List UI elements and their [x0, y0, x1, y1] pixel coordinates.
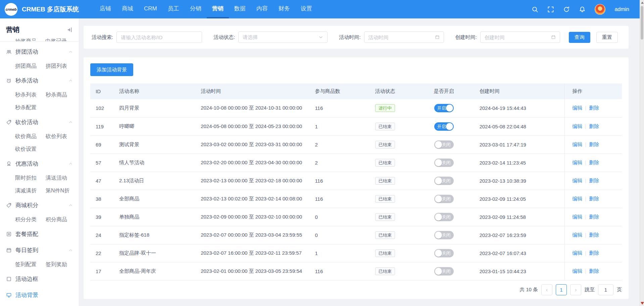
delete-link[interactable]: 删除 [589, 232, 599, 238]
fullscreen-icon[interactable] [547, 6, 554, 13]
add-activity-background-button[interactable]: 添加活动背景 [90, 63, 133, 76]
chevron-up-icon [68, 50, 73, 54]
sidebar-group-套餐搭配[interactable]: 套餐搭配 [0, 226, 79, 242]
create-time-picker[interactable] [480, 32, 560, 43]
activity-status-select[interactable]: 请选择 [238, 32, 328, 43]
sidebar-item-满送活动[interactable]: 满送活动 [46, 172, 76, 184]
nav-item-4[interactable]: 员工 [162, 0, 185, 18]
nav-item-2[interactable]: 商城 [116, 0, 139, 18]
sidebar-collapse-icon[interactable] [67, 27, 73, 33]
delete-link[interactable]: 删除 [589, 123, 599, 129]
enable-toggle[interactable]: 关闭 [434, 213, 454, 221]
activity-search-input[interactable] [116, 32, 202, 43]
sidebar-group-砍价活动[interactable]: 砍价活动 [0, 114, 79, 130]
search-icon[interactable] [532, 6, 538, 13]
cell-switch: 关闭 [414, 135, 474, 154]
edit-link[interactable]: 编辑 [572, 196, 582, 201]
username[interactable]: admin [614, 6, 629, 12]
sidebar-item-拼团列表[interactable]: 拼团列表 [46, 60, 76, 72]
sidebar-item-秒杀配置[interactable]: 秒杀配置 [15, 101, 46, 114]
sidebar-item-第N件N折[interactable]: 第N件N折 [46, 184, 76, 197]
notification-bell-icon[interactable] [579, 6, 586, 13]
sidebar-group-label: 拼团活动 [15, 48, 38, 56]
sidebar-item-秒杀商品[interactable]: 秒杀商品 [46, 88, 76, 101]
delete-link[interactable]: 删除 [589, 214, 599, 220]
sidebar-item-clipped[interactable]: 中奖记录 [45, 37, 76, 41]
edit-link[interactable]: 编辑 [572, 105, 582, 111]
user-avatar[interactable] [595, 4, 605, 15]
sidebar-group-每日签到[interactable]: 每日签到 [0, 242, 79, 258]
edit-link[interactable]: 编辑 [572, 250, 582, 256]
search-button[interactable]: 查询 [569, 32, 590, 43]
delete-link[interactable]: 删除 [589, 105, 599, 111]
sidebar-item-砍价列表[interactable]: 砍价列表 [46, 130, 76, 143]
delete-link[interactable]: 删除 [589, 160, 599, 165]
table-row: 22指定品牌-双十一2023-02-07 16:00:00 至 2023-02-… [90, 244, 622, 262]
enable-toggle[interactable]: 开启 [434, 104, 454, 112]
cell-switch: 关闭 [414, 190, 474, 208]
sidebar-item-限时折扣[interactable]: 限时折扣 [15, 172, 46, 184]
nav-item-1[interactable]: 店铺 [94, 0, 116, 18]
sidebar-item-砍价商品[interactable]: 砍价商品 [15, 130, 46, 143]
edit-link[interactable]: 编辑 [572, 160, 582, 165]
enable-toggle[interactable]: 关闭 [434, 267, 454, 276]
sidebar-group-活动边框[interactable]: 活动边框 [0, 271, 79, 287]
reset-button[interactable]: 重置 [596, 32, 618, 43]
nav-item-5[interactable]: 分销 [185, 0, 207, 18]
pagination-next-button[interactable]: › [570, 284, 581, 295]
sidebar-item-签到奖励[interactable]: 签到奖励 [46, 258, 76, 271]
edit-link[interactable]: 编辑 [572, 141, 582, 147]
nav-item-6[interactable]: 营销 [207, 0, 229, 18]
enable-toggle[interactable]: 关闭 [434, 195, 454, 203]
sidebar-item-拼团商品[interactable]: 拼团商品 [15, 60, 46, 72]
enable-toggle[interactable]: 关闭 [434, 231, 454, 239]
nav-item-3[interactable]: CRM [139, 0, 162, 18]
edit-link[interactable]: 编辑 [572, 232, 582, 238]
scrollbar-thumb[interactable] [641, 6, 643, 40]
create-time-label: 创建时间: [455, 34, 477, 41]
sidebar-item-签到配置[interactable]: 签到配置 [15, 258, 46, 271]
sidebar-group-拼团活动[interactable]: 拼团活动 [0, 44, 79, 60]
sidebar-group-优惠活动[interactable]: 优惠活动 [0, 156, 79, 172]
pagination-page-1[interactable]: 1 [556, 284, 567, 295]
delete-link[interactable]: 删除 [589, 141, 599, 147]
refresh-icon[interactable] [563, 6, 570, 13]
create-time-input[interactable] [485, 35, 551, 40]
sidebar-group-秒杀活动[interactable]: 秒杀活动 [0, 72, 79, 88]
sidebar-group-商城积分[interactable]: 商城积分 [0, 197, 79, 213]
nav-item-8[interactable]: 内容 [251, 0, 273, 18]
enable-toggle[interactable]: 关闭 [434, 140, 454, 149]
delete-link[interactable]: 删除 [589, 250, 599, 256]
sidebar-item-秒杀列表[interactable]: 秒杀列表 [15, 88, 46, 101]
edit-link[interactable]: 编辑 [572, 268, 582, 274]
nav-item-10[interactable]: 设置 [295, 0, 317, 18]
activity-time-picker[interactable] [364, 32, 444, 43]
sidebar-item-砍价设置[interactable]: 砍价设置 [15, 143, 46, 156]
enable-toggle[interactable]: 开启 [434, 122, 454, 131]
edit-link[interactable]: 编辑 [572, 178, 582, 183]
cell-id: 119 [90, 117, 114, 135]
sidebar-group-活动背景[interactable]: 活动背景 [0, 287, 79, 303]
nav-item-7[interactable]: 数据 [229, 0, 251, 18]
sidebar-item-积分商品[interactable]: 积分商品 [46, 213, 76, 226]
sidebar-item-积分分类[interactable]: 积分分类 [15, 213, 46, 226]
window-scrollbar[interactable] [640, 0, 644, 306]
activity-time-input[interactable] [368, 35, 435, 40]
pagination-prev-button[interactable]: ‹ [541, 284, 552, 295]
nav-item-9[interactable]: 财务 [273, 0, 295, 18]
scrollbar-up-arrow-icon[interactable] [641, 2, 644, 4]
scrollbar-down-arrow-icon[interactable] [641, 302, 644, 305]
alarm-clock-icon [6, 78, 12, 83]
pagination-jump-input[interactable] [598, 284, 613, 295]
delete-link[interactable]: 删除 [589, 268, 599, 274]
enable-toggle[interactable]: 关闭 [434, 177, 454, 185]
enable-toggle[interactable]: 关闭 [434, 159, 454, 167]
edit-link[interactable]: 编辑 [572, 214, 582, 220]
delete-link[interactable]: 删除 [589, 196, 599, 201]
sidebar-item-clipped[interactable]: 抽奖商品 [15, 37, 45, 41]
monitor-icon [6, 292, 12, 298]
delete-link[interactable]: 删除 [589, 178, 599, 183]
enable-toggle[interactable]: 关闭 [434, 249, 454, 257]
sidebar-item-满减满折[interactable]: 满减满折 [15, 184, 46, 197]
edit-link[interactable]: 编辑 [572, 123, 582, 129]
